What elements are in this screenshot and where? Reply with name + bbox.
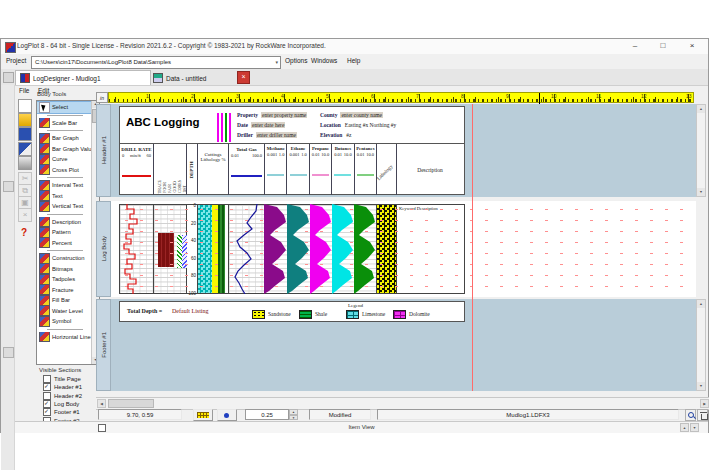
maximize-button[interactable]: □ — [650, 39, 676, 53]
delete-button[interactable]: × — [18, 208, 32, 222]
dock-toggle-button[interactable] — [3, 72, 14, 83]
snap-toggle-button[interactable] — [217, 409, 237, 421]
body-tool-item[interactable]: Curve — [37, 154, 91, 165]
menu-help[interactable]: Help — [347, 57, 360, 64]
gas-column-header[interactable]: Methane 0.0011.0 — [265, 144, 287, 195]
scroll-up-icon[interactable]: ▲ — [697, 300, 705, 308]
body-tool-item[interactable]: Select — [37, 102, 91, 113]
legend-swatch — [252, 310, 265, 319]
project-path-combobox[interactable]: C:\Users\cin17\Documents\LogPlot8 Data\S… — [31, 56, 281, 69]
body-tool-item[interactable]: Scale Bar — [37, 118, 91, 129]
tab-logdesigner[interactable]: LogDesigner - Mudlog1 — [15, 70, 151, 85]
header1-section[interactable]: ABC Logging Property enter property name… — [111, 104, 696, 197]
company-title[interactable]: ABC Logging — [126, 116, 199, 128]
checkbox[interactable] — [43, 408, 51, 416]
section-strip-header1[interactable]: Header #1 — [96, 104, 111, 197]
body-tool-item[interactable]: Horizontal Line — [37, 332, 91, 343]
gas-column-header[interactable]: Propane 0.0110.0 — [310, 144, 332, 195]
visible-section-row[interactable]: Footer #1 — [43, 408, 80, 416]
menu-options[interactable]: Options — [285, 57, 307, 64]
save-as-button[interactable] — [18, 142, 32, 156]
drill-rate-header[interactable]: DRILL RATE 0min/ft60 — [120, 144, 154, 195]
total-depth-label: Total Depth = — [127, 308, 162, 314]
body-tool-item[interactable]: Percent — [37, 238, 91, 249]
body-tool-item[interactable]: Bitmaps — [37, 264, 91, 275]
menu-file[interactable]: File — [19, 87, 29, 94]
scroll-right-icon[interactable]: ▶ — [700, 399, 709, 408]
body-tool-item[interactable]: Text — [37, 191, 91, 202]
checkbox[interactable] — [43, 383, 51, 391]
scroll-down-icon[interactable]: ▼ — [697, 382, 705, 390]
chevron-down-icon[interactable]: ▾ — [275, 59, 278, 65]
gas-column-header[interactable]: Ethane 0.0011.0 — [287, 144, 309, 195]
grid-toggle-button[interactable] — [193, 409, 213, 421]
lithology-header[interactable]: Lithology — [377, 144, 397, 195]
save-button[interactable] — [18, 127, 32, 141]
open-button[interactable] — [18, 113, 32, 127]
tool-icon — [39, 227, 50, 238]
spin-down-icon[interactable]: ▼ — [289, 415, 298, 421]
header-field[interactable]: Driller enter driller name — [237, 132, 307, 142]
zoom-button[interactable] — [685, 409, 696, 421]
project-path: C:\Users\cin17\Documents\LogPlot8 Data\S… — [35, 59, 171, 65]
header-field[interactable]: Location Easting #x Northing #y — [320, 122, 397, 132]
body-tool-item[interactable]: Symbol — [37, 316, 91, 327]
body-tool-item[interactable]: Fill Bar — [37, 295, 91, 306]
gas-column-header[interactable]: Butanes 0.0110.0 — [332, 144, 354, 195]
close-tab-button[interactable]: × — [237, 71, 250, 84]
item-view-bar[interactable]: Item View ▲ ▼ — [15, 421, 708, 433]
depth-header[interactable]: DEPTH — [187, 144, 198, 195]
section-strip-footer1[interactable]: Footer #1 — [96, 299, 111, 391]
log-header-box[interactable]: ABC Logging Property enter property name… — [119, 106, 465, 195]
item-view-down-icon[interactable]: ▼ — [690, 423, 699, 432]
body-tool-item[interactable]: Cross Plot — [37, 165, 91, 176]
body-tool-item[interactable]: Construction — [37, 253, 91, 264]
total-depth-value[interactable]: Default Listing — [172, 308, 209, 314]
body-tool-item[interactable]: Bar Graph — [37, 133, 91, 144]
minimize-button[interactable]: – — [622, 39, 648, 53]
snap-spacing-stepper[interactable]: ▲ ▼ — [289, 409, 298, 420]
body-tool-item[interactable]: Vertical Text — [37, 201, 91, 212]
description-header[interactable]: Description — [397, 144, 463, 195]
header-field[interactable]: Property enter property name — [237, 112, 307, 122]
total-gas-header[interactable]: Total Gas 0.01100.0 — [229, 144, 265, 195]
header-field[interactable]: Elevation #z — [320, 132, 397, 142]
ruler-number: 2 — [191, 93, 194, 99]
new-file-button[interactable] — [18, 99, 32, 113]
body-tool-item[interactable]: Interval Text — [37, 180, 91, 191]
body-tool-item[interactable]: Tadpoles — [37, 274, 91, 285]
header-field[interactable]: Date enter date here — [237, 122, 307, 132]
help-button[interactable]: ? — [18, 227, 30, 239]
dock-handle-icon[interactable] — [3, 347, 14, 358]
export-button[interactable] — [18, 156, 32, 170]
body-tool-item[interactable]: Description — [37, 217, 91, 228]
snap-spacing-input[interactable]: 0.25 — [245, 409, 289, 420]
body-tool-item[interactable]: Water Level — [37, 306, 91, 317]
section-strip-logbody[interactable]: Log Body — [96, 201, 111, 297]
scrollbar-thumb[interactable] — [108, 399, 154, 408]
gas-column-header[interactable]: Pentanes 0.0110.0 — [355, 144, 377, 195]
scroll-left-icon[interactable]: ◀ — [97, 399, 106, 408]
footer1-section[interactable]: Total Depth = Default Listing Legend San… — [111, 299, 696, 391]
ruler-number: 13 — [686, 93, 692, 99]
delete-item-button[interactable] — [697, 409, 708, 421]
body-tool-item[interactable]: Fracture — [37, 285, 91, 296]
cuttings-header[interactable]: Cuttings Lithology % — [198, 144, 229, 195]
logbody-section[interactable]: 0 20 40 60 80 100 — [111, 201, 696, 297]
log-footer-box[interactable]: Total Depth = Default Listing Legend San… — [119, 301, 465, 322]
tab-data[interactable]: Data - untitled — [149, 71, 235, 85]
scroll-down-icon[interactable]: ▼ — [697, 188, 705, 196]
dock-handle-icon[interactable] — [3, 181, 14, 192]
ruler-number: 3 — [236, 93, 239, 99]
footer-scrollbar[interactable]: ▲ ▼ — [696, 299, 706, 391]
body-tool-item[interactable]: Bar Graph Value — [37, 144, 91, 155]
show-labels-header[interactable]: TRACE POOR FAIR GOOD CORES DST — [154, 144, 187, 195]
scroll-up-icon[interactable]: ▲ — [697, 105, 705, 113]
menu-windows[interactable]: Windows — [311, 57, 337, 64]
body-tool-item[interactable]: Pattern — [37, 227, 91, 238]
visible-section-row[interactable]: Header #1 — [43, 383, 82, 391]
item-view-up-icon[interactable]: ▲ — [680, 423, 689, 432]
header-field[interactable]: County enter county name — [320, 112, 397, 122]
close-button[interactable]: × — [678, 39, 706, 53]
header-scrollbar[interactable]: ▲ ▼ — [696, 104, 706, 197]
